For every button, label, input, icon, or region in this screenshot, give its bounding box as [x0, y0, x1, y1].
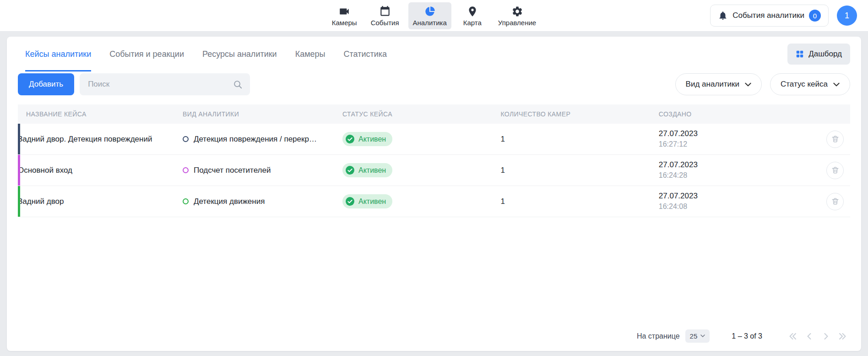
tab-analytics-cases[interactable]: Кейсы аналитики — [25, 37, 91, 71]
dashboard-button-label: Дашборд — [808, 49, 842, 59]
delete-case-button[interactable] — [826, 131, 844, 148]
column-header-camera-count: КОЛИЧЕСТВО КАМЕР — [500, 110, 658, 118]
created-date: 27.07.2023 — [659, 129, 815, 139]
dashboard-grid-icon — [796, 50, 804, 58]
analytics-type-label: Детекция движения — [194, 197, 265, 206]
filter-analytics-type[interactable]: Вид аналитики — [675, 73, 762, 95]
created-time: 16:24:28 — [659, 170, 815, 181]
trash-icon — [831, 166, 840, 175]
double-chevron-left-icon — [787, 331, 798, 342]
toolbar: Добавить Вид аналитики Статус кейса — [7, 73, 861, 95]
delete-case-button[interactable] — [826, 193, 844, 210]
next-page-button[interactable] — [820, 330, 832, 342]
status-label: Активен — [358, 166, 386, 175]
case-name: Основной вход — [18, 166, 183, 175]
search-icon[interactable] — [233, 79, 243, 89]
table-row[interactable]: Основной вход Подсчет посетителей Активе… — [18, 155, 850, 186]
pagination: На странице 25 1 – 3 of 3 — [7, 329, 861, 351]
table-row[interactable]: Задний двор Детекция движения Активен 1 … — [18, 186, 850, 217]
avatar[interactable]: 1 — [837, 5, 857, 26]
first-page-button[interactable] — [787, 330, 799, 342]
camera-count: 1 — [500, 135, 658, 144]
filter-case-status-label: Статус кейса — [781, 80, 828, 89]
analytics-type-ring-icon — [183, 198, 189, 204]
trash-icon — [831, 197, 840, 206]
tab-events-reactions[interactable]: События и реакции — [109, 37, 184, 71]
main-nav: Камеры События Аналитика Карта Управлени… — [327, 2, 541, 29]
status-cell: Активен — [342, 163, 500, 177]
chevron-left-icon — [804, 331, 815, 342]
calendar-icon — [379, 5, 391, 17]
analytics-type-cell: Детекция повреждения / перекр… — [183, 135, 342, 144]
created-time: 16:27:12 — [659, 139, 815, 149]
events-button-label: События аналитики — [732, 11, 804, 20]
camera-icon — [338, 5, 350, 17]
tab-cameras[interactable]: Камеры — [295, 37, 326, 71]
search-input[interactable] — [80, 73, 250, 95]
column-header-analytics-type: ВИД АНАЛИТИКИ — [183, 110, 342, 118]
tab-statistics[interactable]: Статистика — [344, 37, 387, 71]
page-range: 1 – 3 of 3 — [732, 332, 762, 340]
pager-controls — [787, 330, 848, 342]
nav-label-map: Карта — [463, 19, 482, 27]
delete-case-button[interactable] — [826, 162, 844, 179]
row-accent-bar — [18, 155, 20, 186]
analytics-cases-panel: Кейсы аналитики События и реакции Ресурс… — [7, 37, 861, 351]
double-chevron-right-icon — [837, 331, 848, 342]
topbar-right: События аналитики 0 1 — [541, 5, 857, 27]
chevron-right-icon — [820, 331, 831, 342]
status-badge: Активен — [342, 194, 392, 208]
analytics-type-label: Детекция повреждения / перекр… — [194, 135, 317, 144]
column-header-case-status: СТАТУС КЕЙСА — [342, 110, 500, 118]
row-actions — [815, 131, 850, 148]
nav-item-analytics[interactable]: Аналитика — [408, 2, 451, 29]
analytics-type-cell: Подсчет посетителей — [183, 166, 342, 175]
nav-item-cameras[interactable]: Камеры — [327, 2, 362, 29]
tabs-row: Кейсы аналитики События и реакции Ресурс… — [7, 37, 861, 71]
created-time: 16:24:08 — [659, 202, 815, 212]
row-actions — [815, 193, 850, 210]
column-header-case-name: НАЗВАНИЕ КЕЙСА — [18, 110, 183, 118]
column-header-created: СОЗДАНО — [659, 110, 815, 118]
analytics-events-button[interactable]: События аналитики 0 — [710, 5, 829, 27]
prev-page-button[interactable] — [803, 330, 815, 342]
nav-item-map[interactable]: Карта — [456, 2, 489, 29]
nav-label-management: Управление — [498, 19, 536, 27]
status-cell: Активен — [342, 132, 500, 146]
map-pin-icon — [467, 5, 478, 17]
gear-icon — [511, 5, 523, 17]
check-circle-icon — [345, 134, 355, 144]
nav-label-analytics: Аналитика — [413, 19, 447, 27]
per-page-select[interactable]: 25 — [685, 329, 710, 343]
table-header-row: НАЗВАНИЕ КЕЙСА ВИД АНАЛИТИКИ СТАТУС КЕЙС… — [18, 104, 850, 124]
tabs: Кейсы аналитики События и реакции Ресурс… — [25, 37, 387, 71]
filter-case-status[interactable]: Статус кейса — [770, 73, 850, 95]
chevron-down-icon — [700, 334, 705, 338]
tab-analytics-resources[interactable]: Ресурсы аналитики — [202, 37, 277, 71]
status-cell: Активен — [342, 194, 500, 208]
nav-label-events: События — [371, 19, 399, 27]
per-page-label: На странице — [637, 332, 680, 340]
analytics-type-ring-icon — [183, 167, 189, 173]
camera-count: 1 — [500, 166, 658, 175]
table-row[interactable]: Задний двор. Детекция повреждений Детекц… — [18, 124, 850, 155]
created-cell: 27.07.2023 16:24:08 — [659, 191, 815, 212]
nav-item-management[interactable]: Управление — [494, 2, 541, 29]
filter-analytics-type-label: Вид аналитики — [686, 80, 739, 89]
case-name: Задний двор. Детекция повреждений — [18, 135, 183, 144]
analytics-type-ring-icon — [183, 136, 189, 142]
add-button[interactable]: Добавить — [18, 73, 74, 95]
status-badge: Активен — [342, 163, 392, 177]
bell-icon — [718, 11, 728, 21]
dashboard-button[interactable]: Дашборд — [787, 44, 850, 65]
check-circle-icon — [345, 197, 355, 206]
row-accent-bar — [18, 186, 20, 217]
created-date: 27.07.2023 — [659, 191, 815, 202]
row-accent-bar — [18, 124, 20, 154]
last-page-button[interactable] — [836, 330, 848, 342]
status-badge: Активен — [342, 132, 392, 146]
status-label: Активен — [358, 135, 386, 143]
cases-table: НАЗВАНИЕ КЕЙСА ВИД АНАЛИТИКИ СТАТУС КЕЙС… — [18, 104, 850, 217]
trash-icon — [831, 135, 840, 143]
nav-item-events[interactable]: События — [366, 2, 404, 29]
